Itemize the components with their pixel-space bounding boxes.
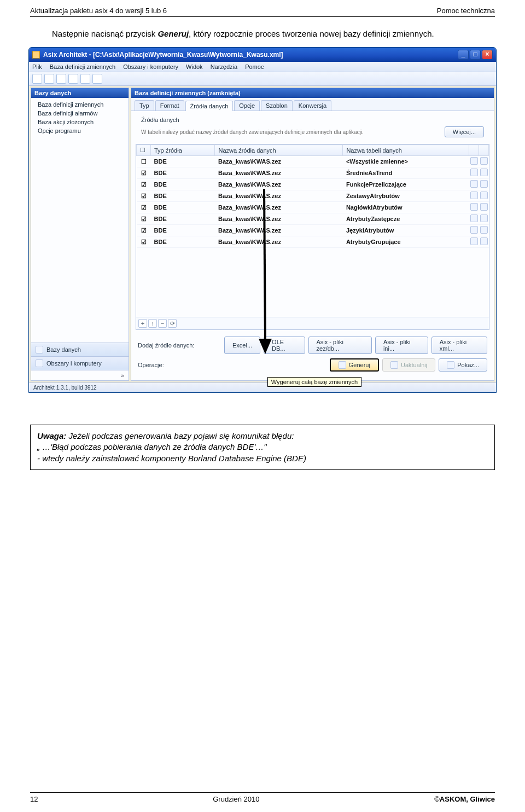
sidebar-item[interactable]: Baza akcji złożonych (31, 118, 129, 126)
search-icon[interactable] (470, 237, 478, 245)
edit-icon[interactable] (480, 192, 488, 199)
sidebar-item[interactable]: Opcje programu (31, 126, 129, 135)
search-icon[interactable] (470, 226, 478, 234)
status-bar: Architekt 1.3.1, build 3912 (29, 382, 496, 392)
row-checkbox[interactable]: ☑ (137, 190, 151, 202)
refresh-icon[interactable]: ⟳ (168, 319, 177, 328)
tab-format[interactable]: Format (155, 100, 184, 111)
col-check[interactable]: ☐ (137, 145, 151, 156)
search-icon[interactable] (470, 203, 478, 211)
menu-item[interactable]: Obszary i komputery (123, 63, 178, 70)
table-row[interactable]: ☑BDEBaza_kwas\KWAS.zezAtrybutyGrupujące (137, 236, 489, 248)
add-oledb-button[interactable]: OLE DB... (264, 337, 305, 354)
refresh-icon (390, 361, 398, 369)
update-button[interactable]: Uaktualnij (382, 358, 435, 372)
menu-item[interactable]: Widok (186, 63, 203, 70)
header-divider (30, 16, 495, 17)
remove-row-icon[interactable]: − (158, 319, 167, 328)
edit-icon[interactable] (480, 226, 488, 234)
minimize-button[interactable]: _ (458, 50, 469, 60)
table-row[interactable]: ☑BDEBaza_kwas\KWAS.zezJęzykiAtrybutów (137, 225, 489, 236)
row-type: BDE (151, 236, 215, 248)
more-button[interactable]: Więcej... (445, 126, 484, 137)
new-icon[interactable] (32, 74, 42, 84)
tab-template[interactable]: Szablon (261, 100, 293, 111)
add-row-icon[interactable]: + (138, 319, 147, 328)
tab-type[interactable]: Typ (135, 100, 154, 111)
menu-item[interactable]: Narzędzia (211, 63, 238, 70)
prev-icon[interactable] (68, 74, 78, 84)
para-pre: Następnie nacisnąć przycisk (52, 29, 158, 38)
row-type: BDE (151, 167, 215, 179)
section-caption: Źródła danych (141, 117, 484, 123)
tab-sources[interactable]: Źródła danych (185, 101, 234, 111)
sidebar-bottom-databases[interactable]: Bazy danych (31, 343, 129, 356)
tab-options[interactable]: Opcje (234, 100, 260, 111)
main-panel-title: Baza definicji zmiennych (zamknięta) (131, 88, 494, 98)
edit-icon[interactable] (480, 169, 488, 176)
table-row[interactable]: ☐BDEBaza_kwas\KWAS.zez<Wszystkie zmienne… (137, 156, 489, 167)
menu-item[interactable]: Baza definicji zmiennych (50, 63, 115, 70)
col-name[interactable]: Nazwa źródła danych (215, 145, 343, 156)
table-row[interactable]: ☑BDEBaza_kwas\KWAS.zezŚrednieAsTrend (137, 167, 489, 179)
app-window: Asix Architekt - [C:\Asix\Aplikacje\Wytw… (28, 47, 497, 393)
table-row[interactable]: ☑BDEBaza_kwas\KWAS.zezNagłówkiAtrybutów (137, 202, 489, 213)
edit-icon[interactable] (480, 157, 488, 165)
row-table: FunkcjePrzeliczające (343, 179, 469, 190)
col-table[interactable]: Nazwa tabeli danych (343, 145, 469, 156)
row-checkbox[interactable]: ☑ (137, 225, 151, 236)
edit-icon[interactable] (480, 237, 488, 245)
row-checkbox[interactable]: ☑ (137, 213, 151, 225)
edit-icon[interactable] (480, 180, 488, 188)
generate-tooltip: Wygeneruj całą bazę zmiennych (267, 377, 361, 387)
menu-item[interactable]: Pomoc (245, 63, 264, 70)
note-box: Uwaga: Jeżeli podczas generowania bazy p… (30, 425, 495, 470)
edit-icon[interactable] (480, 203, 488, 211)
sidebar-item[interactable]: Baza definicji alarmów (31, 109, 129, 118)
generate-button[interactable]: Generuj (330, 358, 379, 372)
search-icon[interactable] (470, 169, 478, 176)
add-xml-button[interactable]: Asix - pliki xml... (431, 337, 487, 354)
header-left: Aktualizacja pakietu asix 4 do wersji 5 … (30, 7, 167, 15)
sources-table-wrap: ☐ Typ źródła Nazwa źródła danych Nazwa t… (136, 144, 489, 330)
maximize-button[interactable]: □ (470, 50, 481, 60)
add-ini-button[interactable]: Asix - pliki ini... (375, 337, 428, 354)
search-icon[interactable] (470, 192, 478, 199)
col-type[interactable]: Typ źródła (151, 145, 215, 156)
add-excel-button[interactable]: Excel... (224, 337, 260, 354)
row-name: Baza_kwas\KWAS.zez (215, 236, 343, 248)
table-row[interactable]: ☑BDEBaza_kwas\KWAS.zezZestawyAtrybutów (137, 190, 489, 202)
page-footer: 12 Grudzień 2010 ASKOM, Gliwice (30, 792, 495, 803)
sidebar-item[interactable]: Baza definicji zmiennych (31, 100, 129, 109)
menu-item[interactable]: Plik (32, 63, 42, 70)
search-icon[interactable] (470, 180, 478, 188)
row-checkbox[interactable]: ☑ (137, 236, 151, 248)
row-checkbox[interactable]: ☑ (137, 167, 151, 179)
add-zez-button[interactable]: Asix - pliki zez/db... (308, 337, 372, 354)
show-button[interactable]: Pokaż... (439, 358, 487, 372)
row-table: NagłówkiAtrybutów (343, 202, 469, 213)
open-icon[interactable] (44, 74, 54, 84)
footer-right: ASKOM, Gliwice (434, 795, 495, 803)
row-checkbox[interactable]: ☑ (137, 202, 151, 213)
note-line1: Jeżeli podczas generowania bazy pojawi s… (66, 431, 294, 440)
close-button[interactable]: × (482, 50, 493, 60)
row-type: BDE (151, 179, 215, 190)
table-row[interactable]: ☑BDEBaza_kwas\KWAS.zezAtrybutyZastępcze (137, 213, 489, 225)
row-checkbox[interactable]: ☐ (137, 156, 151, 167)
search-icon[interactable] (470, 157, 478, 165)
table-footer: + ↑ − ⟳ (136, 317, 489, 329)
search-icon[interactable] (470, 214, 478, 222)
sidebar-bottom-areas[interactable]: Obszary i komputery (31, 356, 129, 370)
row-checkbox[interactable]: ☑ (137, 179, 151, 190)
edit-icon[interactable] (480, 214, 488, 222)
tab-conversion[interactable]: Konwersja (294, 100, 331, 111)
next-icon[interactable] (80, 74, 90, 84)
sidebar-bottom-label: Obszary i komputery (46, 360, 102, 367)
table-row[interactable]: ☑BDEBaza_kwas\KWAS.zezFunkcjePrzeliczają… (137, 179, 489, 190)
save-icon[interactable] (56, 74, 66, 84)
move-up-icon[interactable]: ↑ (148, 319, 157, 328)
sidebar-expand-icon[interactable]: » (31, 370, 129, 380)
row-name: Baza_kwas\KWAS.zez (215, 179, 343, 190)
tool-icon[interactable] (92, 74, 102, 84)
